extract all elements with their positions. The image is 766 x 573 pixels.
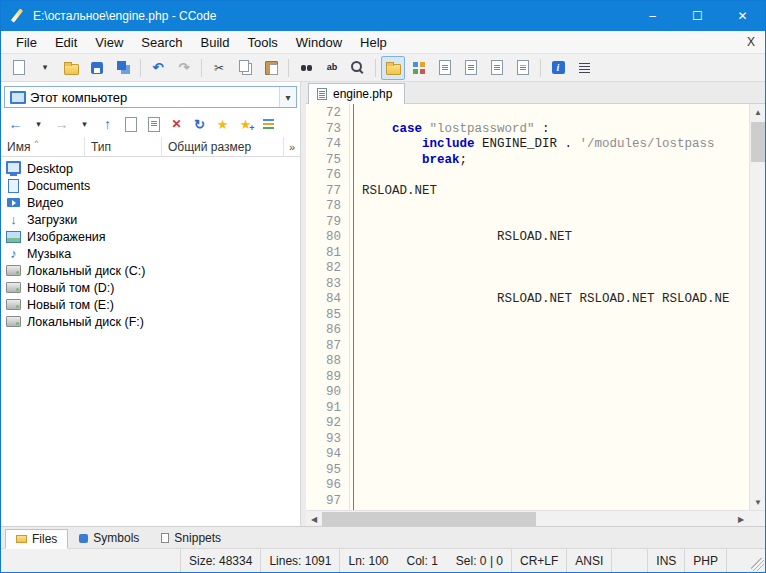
forward-history-icon — [77, 116, 93, 132]
tree-item[interactable]: Новый том (E:) — [1, 296, 300, 313]
snippets-panel-button[interactable] — [459, 56, 483, 80]
tree-item[interactable]: Локальный диск (F:) — [1, 313, 300, 330]
menu-window[interactable]: Window — [287, 32, 351, 53]
panel-tab-symbols[interactable]: Symbols — [68, 528, 150, 548]
tree-item[interactable]: Изображения — [1, 228, 300, 245]
menu-tools[interactable]: Tools — [238, 32, 286, 53]
drive-icon — [6, 264, 21, 278]
messages-panel-icon — [515, 60, 531, 76]
scroll-right-icon[interactable]: ▶ — [733, 511, 749, 527]
panel-tab-files[interactable]: Files — [5, 529, 68, 549]
document-map-button[interactable] — [433, 56, 457, 80]
menu-close-button[interactable]: X — [747, 35, 755, 49]
more-columns-button[interactable]: » — [284, 141, 300, 153]
refresh-button[interactable] — [189, 113, 210, 135]
vertical-scrollbar[interactable]: ▲ ▼ — [749, 104, 765, 510]
hscroll-track[interactable] — [322, 511, 733, 526]
menu-bar: FileEditViewSearchBuildToolsWindowHelp X — [1, 31, 765, 54]
new-file-dropdown-button[interactable] — [33, 56, 57, 80]
code-line — [362, 106, 749, 122]
columns-button[interactable] — [258, 113, 279, 135]
menu-help[interactable]: Help — [351, 32, 396, 53]
column-name-label: Имя — [7, 140, 30, 154]
save-all-icon — [115, 60, 131, 76]
tree-item-label: Локальный диск (F:) — [27, 315, 144, 329]
column-name[interactable]: Имя^ — [1, 137, 85, 156]
tree-item[interactable]: Новый том (D:) — [1, 279, 300, 296]
cut-button[interactable] — [207, 56, 231, 80]
resize-grip[interactable] — [751, 558, 764, 571]
new-document-button[interactable] — [120, 113, 141, 135]
save-button[interactable] — [85, 56, 109, 80]
todo-list-icon — [489, 60, 505, 76]
hscroll-thumb[interactable] — [322, 512, 536, 526]
scroll-down-icon[interactable]: ▼ — [750, 494, 766, 510]
code-explorer-button[interactable] — [407, 56, 431, 80]
tab-engine-php[interactable]: engine.php — [308, 83, 405, 104]
properties-button[interactable] — [143, 113, 164, 135]
file-explorer-button[interactable] — [381, 56, 405, 80]
code-line — [362, 463, 749, 479]
menu-file[interactable]: File — [7, 32, 46, 53]
todo-list-button[interactable] — [485, 56, 509, 80]
redo-button[interactable] — [172, 56, 196, 80]
tree-item[interactable]: Desktop — [1, 160, 300, 177]
add-favorite-button[interactable] — [235, 113, 256, 135]
close-button[interactable]: ✕ — [720, 1, 765, 31]
tree-item[interactable]: Музыка — [1, 245, 300, 262]
line-number: 77 — [306, 184, 341, 200]
find-in-files-button[interactable] — [346, 56, 370, 80]
code-content[interactable]: case "lostpassword" : include ENGINE_DIR… — [353, 104, 749, 510]
panel-tab-snippets[interactable]: Snippets — [150, 528, 232, 548]
panel-tab-label: Snippets — [174, 531, 221, 545]
undo-button[interactable] — [146, 56, 170, 80]
up-button[interactable] — [97, 113, 118, 135]
column-size[interactable]: Общий размер — [162, 137, 284, 156]
chevron-down-icon[interactable]: ▾ — [279, 87, 296, 107]
forward-history-button[interactable] — [74, 113, 95, 135]
code-line — [362, 494, 749, 510]
menu-build[interactable]: Build — [192, 32, 239, 53]
back-button[interactable] — [5, 113, 26, 135]
maximize-button[interactable]: ☐ — [675, 1, 720, 31]
tree-item[interactable]: Загрузки — [1, 211, 300, 228]
replace-icon — [324, 60, 340, 76]
column-type[interactable]: Тип — [85, 137, 162, 156]
code-token: RSLOAD.NET — [362, 184, 437, 198]
scroll-left-icon[interactable]: ◀ — [306, 511, 322, 527]
up-icon — [100, 116, 116, 132]
menu-edit[interactable]: Edit — [46, 32, 86, 53]
forward-button[interactable] — [51, 113, 72, 135]
code-line — [362, 385, 749, 401]
view-options-button[interactable] — [572, 56, 596, 80]
delete-button[interactable] — [166, 113, 187, 135]
vscroll-thumb[interactable] — [751, 122, 765, 162]
minimize-button[interactable]: – — [630, 1, 675, 31]
replace-button[interactable] — [320, 56, 344, 80]
scroll-up-icon[interactable]: ▲ — [750, 104, 766, 120]
tree-item[interactable]: Documents — [1, 177, 300, 194]
find-button[interactable] — [294, 56, 318, 80]
about-button[interactable] — [546, 56, 570, 80]
location-combobox[interactable]: Этот компьютер ▾ — [4, 86, 297, 108]
save-all-button[interactable] — [111, 56, 135, 80]
menu-view[interactable]: View — [86, 32, 132, 53]
tree-item[interactable]: Локальный диск (C:) — [1, 262, 300, 279]
code-line: case "lostpassword" : — [362, 122, 749, 138]
code-editor[interactable]: 7273747576777879808182838485868788899091… — [306, 104, 765, 510]
line-number: 96 — [306, 478, 341, 494]
title-bar[interactable]: E:\остальное\engine.php - CCode – ☐ ✕ — [1, 1, 765, 31]
new-file-button[interactable] — [7, 56, 31, 80]
paste-button[interactable] — [259, 56, 283, 80]
horizontal-scrollbar[interactable]: ◀ ▶ — [306, 511, 749, 526]
copy-button[interactable] — [233, 56, 257, 80]
back-history-button[interactable] — [28, 113, 49, 135]
open-file-button[interactable] — [59, 56, 83, 80]
menu-search[interactable]: Search — [132, 32, 191, 53]
favorites-button[interactable] — [212, 113, 233, 135]
vscroll-track[interactable] — [750, 120, 765, 494]
messages-panel-button[interactable] — [511, 56, 535, 80]
code-line: RSLOAD.NET — [362, 230, 749, 246]
main-toolbar — [1, 54, 765, 82]
tree-item[interactable]: Видео — [1, 194, 300, 211]
